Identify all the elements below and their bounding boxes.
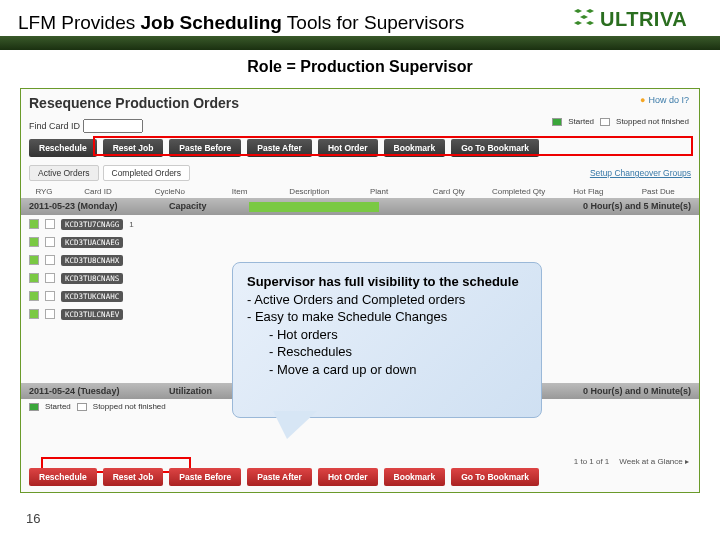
callout-subline: - Move a card up or down xyxy=(247,361,527,379)
status-square-icon xyxy=(29,219,39,229)
card-id-chip[interactable]: KCD3TUACNAEG xyxy=(61,237,123,248)
legend-label-stopped: Stopped not finished xyxy=(93,402,166,411)
bookmark-button[interactable]: Bookmark xyxy=(384,468,446,486)
panel-title: Resequence Production Orders xyxy=(21,89,699,117)
legend-swatch-started xyxy=(552,118,562,126)
pager-count: 1 to 1 of 1 xyxy=(574,457,610,466)
th-plant: Plant xyxy=(346,187,412,196)
title-part-c: Tools for Supervisors xyxy=(282,12,464,33)
th-ryg: RYG xyxy=(29,187,59,196)
day1-capacity-label: Capacity xyxy=(169,201,249,212)
legend-label-stopped: Stopped not finished xyxy=(616,117,689,126)
callout-line: - Easy to make Schedule Changes xyxy=(247,308,527,326)
paste-before-button[interactable]: Paste Before xyxy=(169,468,241,486)
svg-marker-4 xyxy=(586,21,594,25)
logo-text: ULTRIVA xyxy=(600,8,687,31)
status-square-icon xyxy=(29,309,39,319)
cycle-no: 1 xyxy=(129,220,141,229)
legend-swatch-stopped xyxy=(77,403,87,411)
go-to-bookmark-button[interactable]: Go To Bookmark xyxy=(451,468,539,486)
status-square-icon xyxy=(29,273,39,283)
legend-top: Started Stopped not finished xyxy=(552,117,689,126)
callout-title: Supervisor has full visibility to the sc… xyxy=(247,273,527,291)
hot-order-button[interactable]: Hot Order xyxy=(318,468,378,486)
reschedule-button[interactable]: Reschedule xyxy=(29,139,97,157)
svg-marker-1 xyxy=(586,9,594,13)
tab-completed-orders[interactable]: Completed Orders xyxy=(103,165,190,181)
row-checkbox[interactable] xyxy=(45,255,55,265)
day2-hours: 0 Hour(s) and 0 Minute(s) xyxy=(583,386,691,396)
find-card-input[interactable] xyxy=(83,119,143,133)
slide-title: LFM Provides Job Scheduling Tools for Su… xyxy=(18,12,464,34)
reset-job-button[interactable]: Reset Job xyxy=(103,468,164,486)
day2-label: 2011-05-24 (Tuesday) xyxy=(29,386,169,396)
th-cycleno: CycleNo xyxy=(137,187,203,196)
role-subtitle: Role = Production Supervisor xyxy=(0,58,720,76)
bookmark-button[interactable]: Bookmark xyxy=(384,139,446,157)
header-bar: LFM Provides Job Scheduling Tools for Su… xyxy=(0,0,720,50)
status-square-icon xyxy=(29,255,39,265)
toolbar-bottom: Reschedule Reset Job Paste Before Paste … xyxy=(21,464,547,490)
title-part-b: Job Scheduling xyxy=(140,12,281,33)
day1-capacity-bar xyxy=(249,202,379,212)
how-do-i-link[interactable]: How do I? xyxy=(640,95,689,105)
week-glance-link[interactable]: Week at a Glance ▸ xyxy=(619,457,689,466)
callout-line: - Active Orders and Completed orders xyxy=(247,291,527,309)
tab-active-orders[interactable]: Active Orders xyxy=(29,165,99,181)
legend-label-started: Started xyxy=(568,117,594,126)
card-id-chip[interactable]: KCD3TUKCNAHC xyxy=(61,291,123,302)
go-to-bookmark-button[interactable]: Go To Bookmark xyxy=(451,139,539,157)
pager: 1 to 1 of 1 Week at a Glance ▸ xyxy=(574,457,689,466)
row-checkbox[interactable] xyxy=(45,309,55,319)
row-checkbox[interactable] xyxy=(45,219,55,229)
tabs-row: Active Orders Completed Orders Setup Cha… xyxy=(21,161,699,185)
paste-after-button[interactable]: Paste After xyxy=(247,139,312,157)
day-band-1: 2011-05-23 (Monday) Capacity 0 Hour(s) a… xyxy=(21,198,699,215)
day1-label: 2011-05-23 (Monday) xyxy=(29,201,169,212)
page-number: 16 xyxy=(26,511,40,526)
row-checkbox[interactable] xyxy=(45,291,55,301)
reset-job-button[interactable]: Reset Job xyxy=(103,139,164,157)
callout-subline: - Reschedules xyxy=(247,343,527,361)
setup-changeover-link[interactable]: Setup Changeover Groups xyxy=(590,168,691,178)
row-checkbox[interactable] xyxy=(45,273,55,283)
legend-swatch-stopped xyxy=(600,118,610,126)
callout-subline: - Hot orders xyxy=(247,326,527,344)
header-green-line xyxy=(0,36,720,50)
toolbar-top: Reschedule Reset Job Paste Before Paste … xyxy=(21,135,699,161)
th-cardid: Card ID xyxy=(63,187,133,196)
th-completedqty: Completed Qty xyxy=(486,187,552,196)
svg-marker-3 xyxy=(574,21,582,25)
table-row[interactable]: KCD3TU7CNAGG1 xyxy=(21,215,699,233)
logo: ULTRIVA xyxy=(572,4,702,34)
table-row[interactable]: KCD3TUACNAEG xyxy=(21,233,699,251)
logo-cubes-icon xyxy=(572,7,596,31)
title-part-a: LFM Provides xyxy=(18,12,140,33)
svg-marker-2 xyxy=(580,15,588,19)
card-id-chip[interactable]: KCD3TULCNAEV xyxy=(61,309,123,320)
paste-before-button[interactable]: Paste Before xyxy=(169,139,241,157)
table-header-row: RYG Card ID CycleNo Item Description Pla… xyxy=(21,185,699,198)
card-id-chip[interactable]: KCD3TU7CNAGG xyxy=(61,219,123,230)
th-pastdue: Past Due xyxy=(625,187,691,196)
day1-hours: 0 Hour(s) and 5 Minute(s) xyxy=(583,201,691,212)
legend-label-started: Started xyxy=(45,402,71,411)
th-cardqty: Card Qty xyxy=(416,187,482,196)
legend-swatch-started xyxy=(29,403,39,411)
th-item: Item xyxy=(207,187,273,196)
status-square-icon xyxy=(29,291,39,301)
hot-order-button[interactable]: Hot Order xyxy=(318,139,378,157)
paste-after-button[interactable]: Paste After xyxy=(247,468,312,486)
find-card-label: Find Card ID xyxy=(29,121,80,131)
th-description: Description xyxy=(277,187,343,196)
svg-marker-0 xyxy=(574,9,582,13)
card-id-chip[interactable]: KCD3TU8CNAHX xyxy=(61,255,123,266)
row-checkbox[interactable] xyxy=(45,237,55,247)
card-id-chip[interactable]: KCD3TU8CNANS xyxy=(61,273,123,284)
callout-bubble: Supervisor has full visibility to the sc… xyxy=(232,262,542,418)
th-hotflag: Hot Flag xyxy=(556,187,622,196)
reschedule-button[interactable]: Reschedule xyxy=(29,468,97,486)
status-square-icon xyxy=(29,237,39,247)
